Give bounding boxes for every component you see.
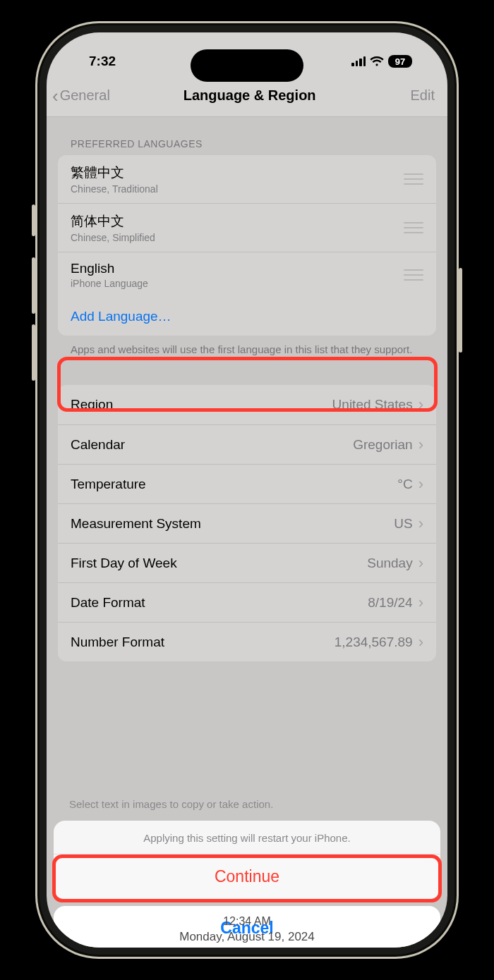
content-scroll[interactable]: PREFERRED LANGUAGES 繁體中文 Chinese, Tradit…: [47, 117, 447, 948]
page-title: Language & Region: [89, 87, 411, 104]
row-first-day[interactable]: First Day of Week Sunday ›: [58, 543, 436, 582]
battery-indicator: 97: [388, 55, 412, 68]
add-language-button[interactable]: Add Language…: [58, 298, 436, 336]
reorder-handle-icon[interactable]: [404, 222, 423, 233]
wifi-icon: [370, 56, 384, 67]
row-measurement[interactable]: Measurement System US ›: [58, 503, 436, 543]
language-name: 简体中文: [71, 212, 397, 231]
cancel-button[interactable]: Cancel: [54, 906, 440, 948]
language-row-english[interactable]: English iPhone Language: [58, 252, 436, 298]
sheet-message: Applying this setting will restart your …: [54, 821, 440, 855]
reorder-handle-icon[interactable]: [404, 269, 423, 281]
region-settings-card: Region United States › Calendar Gregoria…: [58, 385, 436, 661]
chevron-right-icon: ›: [418, 437, 423, 453]
row-region[interactable]: Region United States ›: [58, 385, 436, 424]
continue-button[interactable]: Continue: [54, 855, 440, 899]
row-calendar[interactable]: Calendar Gregorian ›: [58, 424, 436, 464]
chevron-left-icon: ‹: [52, 87, 59, 105]
language-row[interactable]: 简体中文 Chinese, Simplified: [58, 203, 436, 252]
cellular-icon: [351, 56, 366, 66]
preferred-languages-card: 繁體中文 Chinese, Traditional 简体中文 Chinese, …: [58, 155, 436, 336]
chevron-right-icon: ›: [418, 397, 423, 412]
obscured-footer-text: Select text in images to copy or take ac…: [69, 798, 273, 810]
status-time: 7:32: [89, 54, 116, 69]
chevron-right-icon: ›: [418, 516, 423, 532]
dynamic-island: [191, 49, 303, 82]
row-number-format[interactable]: Number Format 1,234,567.89 ›: [58, 622, 436, 661]
chevron-right-icon: ›: [418, 556, 423, 571]
language-name: English: [71, 261, 397, 276]
reorder-handle-icon[interactable]: [404, 173, 423, 185]
section-footer-languages: Apps and websites will use the first lan…: [47, 336, 447, 357]
chevron-right-icon: ›: [418, 635, 423, 650]
language-sub: iPhone Language: [71, 278, 397, 289]
language-sub: Chinese, Simplified: [71, 232, 397, 243]
row-date-format[interactable]: Date Format 8/19/24 ›: [58, 582, 436, 622]
row-temperature[interactable]: Temperature °C ›: [58, 464, 436, 503]
phone-frame: 7:32 97 ‹ General Language & Region Edit: [35, 21, 459, 959]
section-header-languages: PREFERRED LANGUAGES: [47, 117, 447, 155]
language-row[interactable]: 繁體中文 Chinese, Traditional: [58, 155, 436, 203]
action-sheet: Applying this setting will restart your …: [54, 821, 440, 948]
language-name: 繁體中文: [71, 164, 397, 182]
chevron-right-icon: ›: [418, 595, 423, 611]
language-sub: Chinese, Traditional: [71, 183, 397, 195]
edit-button[interactable]: Edit: [411, 87, 435, 104]
phone-screen: 7:32 97 ‹ General Language & Region Edit: [47, 32, 447, 948]
chevron-right-icon: ›: [418, 477, 423, 492]
